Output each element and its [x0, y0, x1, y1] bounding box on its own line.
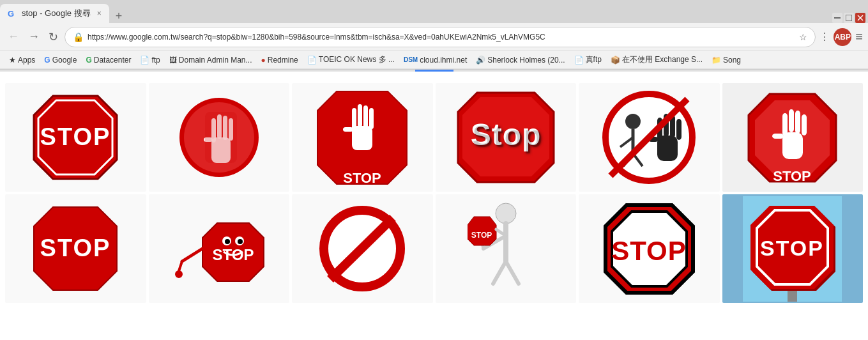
profile-button[interactable]: ABP: [834, 28, 851, 46]
extensions-button[interactable]: ⋮: [819, 31, 830, 43]
bookmark-datacenter[interactable]: G Datacenter: [82, 54, 135, 66]
stop-dark-hand-octagon-svg: STOP: [746, 91, 839, 184]
image-row-1: STOP: [0, 78, 868, 194]
svg-text:STOP: STOP: [471, 231, 492, 240]
svg-rect-2: [846, 15, 852, 21]
image-cell-2-3[interactable]: [292, 194, 433, 303]
song-icon: 📁: [712, 56, 721, 65]
bookmark-toeic-label: TOEIC OK News 多 ...: [319, 54, 395, 65]
bookmark-ftp-label: ftp: [151, 56, 160, 65]
svg-rect-16: [205, 112, 237, 163]
svg-rect-45: [782, 113, 788, 136]
bookmark-ftp[interactable]: 📄 ftp: [136, 54, 164, 66]
svg-text:STOP: STOP: [773, 168, 811, 184]
svg-line-55: [182, 249, 202, 261]
image-cell-2-6[interactable]: STOP: [722, 194, 864, 303]
secure-lock-icon: 🔒: [73, 32, 84, 42]
svg-text:STOP: STOP: [343, 170, 381, 186]
svg-rect-22: [369, 108, 374, 129]
bookmark-google[interactable]: G Google: [40, 54, 80, 66]
address-bar[interactable]: 🔒 https://www.google.com.tw/search?q=sto…: [65, 27, 816, 47]
bookmark-cloud-label: cloud.ihmi.net: [420, 56, 467, 65]
image-cell-2-2[interactable]: STOP: [149, 194, 290, 303]
svg-text:STOP: STOP: [611, 236, 687, 266]
url-display: https://www.google.com.tw/search?q=stop&…: [88, 33, 795, 42]
image-cell-1-6[interactable]: STOP: [722, 83, 864, 192]
menu-button[interactable]: ≡: [855, 29, 863, 44]
svg-text:G: G: [8, 9, 14, 19]
no-symbol-svg: [317, 204, 407, 293]
minimize-button[interactable]: [832, 13, 842, 23]
window-controls: [832, 13, 868, 23]
zhenftp-icon: 📄: [574, 56, 584, 65]
bookmark-star-icon[interactable]: ☆: [799, 32, 807, 42]
svg-line-68: [493, 261, 506, 284]
svg-line-56: [179, 261, 182, 271]
maximize-button[interactable]: [844, 13, 854, 23]
google-favicon-icon: G: [44, 56, 50, 65]
bookmark-sherlock[interactable]: 🔊 Sherlock Holmes (20...: [472, 54, 568, 66]
bookmarks-bar: ★ Apps G Google G Datacenter 📄 ftp 🖼 Dom…: [0, 51, 868, 69]
domain-admin-icon: 🖼: [169, 56, 177, 65]
redmine-icon: ●: [261, 56, 266, 65]
bookmark-zhenftp[interactable]: 📄 真ftp: [570, 53, 605, 66]
back-button[interactable]: ←: [5, 27, 22, 46]
svg-text:STOP: STOP: [40, 235, 111, 261]
svg-rect-39: [676, 119, 681, 140]
bookmark-sherlock-label: Sherlock Holmes (20...: [487, 56, 565, 65]
stop-cartoon-svg: STOP: [169, 197, 268, 300]
image-cell-1-4[interactable]: Stop Stop: [436, 83, 577, 192]
cloud-icon: DSM: [404, 56, 418, 63]
svg-point-64: [496, 203, 516, 224]
svg-rect-20: [358, 104, 362, 127]
reload-button[interactable]: ↻: [46, 27, 61, 47]
tab-title: stop - Google 搜尋: [22, 8, 91, 19]
tab-close-button[interactable]: ×: [97, 9, 102, 18]
svg-rect-46: [789, 109, 794, 132]
image-cell-2-4[interactable]: STOP: [436, 194, 577, 303]
image-cell-1-2[interactable]: [149, 83, 290, 192]
bookmark-domain-admin[interactable]: 🖼 Domain Admin Man...: [165, 54, 256, 66]
stop-hand-circle-svg: [174, 89, 264, 185]
active-tab[interactable]: G stop - Google 搜尋 ×: [0, 4, 109, 23]
new-tab-button[interactable]: +: [109, 10, 129, 23]
bookmark-cloud[interactable]: DSM cloud.ihmi.net: [400, 54, 471, 66]
svg-rect-23: [343, 127, 353, 132]
image-cell-2-5[interactable]: STOP: [579, 194, 720, 303]
image-cell-1-3[interactable]: STOP: [292, 83, 433, 192]
image-row-2: STOP STOP: [0, 194, 868, 308]
bookmark-apps[interactable]: ★ Apps: [5, 54, 39, 66]
svg-point-60: [225, 239, 230, 244]
toeic-icon: 📄: [307, 56, 317, 65]
bookmark-domain-label: Domain Admin Man...: [179, 56, 252, 65]
exchange-icon: 📦: [611, 56, 620, 65]
datacenter-favicon-icon: G: [86, 56, 91, 65]
sherlock-icon: 🔊: [476, 56, 485, 65]
ftp-icon: 📄: [140, 56, 149, 65]
image-cell-2-1[interactable]: STOP: [5, 194, 146, 303]
bookmark-exchange-label: 在不使用 Exchange S...: [622, 54, 703, 65]
image-cell-1-1[interactable]: STOP: [5, 83, 146, 192]
svg-rect-1: [834, 17, 841, 19]
nav-bar: ← → ↻ 🔒 https://www.google.com.tw/search…: [0, 23, 868, 51]
svg-point-30: [625, 114, 641, 129]
bookmark-redmine-label: Redmine: [268, 56, 298, 65]
stop-hand-octagon-svg: STOP: [314, 88, 410, 187]
svg-text:STOP: STOP: [760, 236, 824, 260]
bookmark-song[interactable]: 📁 Song: [708, 54, 745, 66]
browser-chrome: G stop - Google 搜尋 × + ← → ↻ 🔒 https:/: [0, 0, 868, 70]
close-window-button[interactable]: [855, 13, 865, 23]
bookmark-exchange[interactable]: 📦 在不使用 Exchange S...: [607, 53, 706, 66]
svg-rect-49: [772, 134, 784, 139]
svg-point-57: [175, 270, 183, 278]
bookmark-datacenter-label: Datacenter: [94, 56, 132, 65]
svg-rect-48: [802, 114, 807, 135]
image-cell-1-5[interactable]: [579, 83, 720, 192]
forward-button[interactable]: →: [26, 27, 42, 46]
svg-rect-21: [363, 105, 368, 128]
bookmark-redmine[interactable]: ● Redmine: [257, 54, 302, 66]
bookmark-google-label: Google: [52, 56, 77, 65]
bookmark-toeic[interactable]: 📄 TOEIC OK News 多 ...: [303, 53, 399, 66]
apps-star-icon: ★: [9, 56, 16, 65]
stop-3d-text-svg: Stop Stop: [455, 89, 557, 185]
